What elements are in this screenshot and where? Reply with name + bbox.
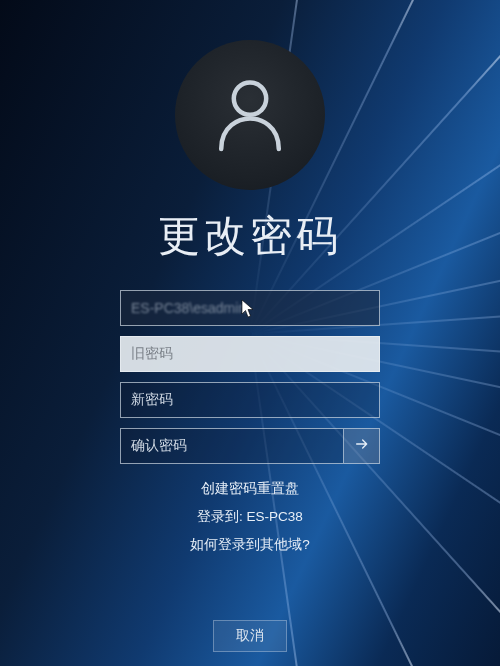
username-field[interactable]: ES-PC38\esadmin: [120, 290, 380, 326]
old-password-placeholder: 旧密码: [131, 345, 173, 363]
change-password-form: ES-PC38\esadmin 旧密码 新密码 确认密码: [120, 290, 380, 464]
confirm-password-field[interactable]: 确认密码: [120, 428, 344, 464]
new-password-field[interactable]: 新密码: [120, 382, 380, 418]
change-password-panel: 更改密码 ES-PC38\esadmin 旧密码 新密码 确认密码: [100, 0, 400, 554]
sign-in-to-label: 登录到: ES-PC38: [197, 508, 303, 526]
avatar: [175, 40, 325, 190]
other-domain-help-link[interactable]: 如何登录到其他域?: [190, 536, 310, 554]
old-password-field[interactable]: 旧密码: [120, 336, 380, 372]
confirm-password-placeholder: 确认密码: [131, 437, 187, 455]
user-icon: [205, 68, 295, 162]
svg-point-0: [234, 82, 266, 114]
submit-button[interactable]: [344, 428, 380, 464]
cancel-button[interactable]: 取消: [213, 620, 287, 652]
page-title: 更改密码: [158, 208, 342, 264]
arrow-right-icon: [354, 436, 370, 456]
create-password-reset-disk-link[interactable]: 创建密码重置盘: [201, 480, 299, 498]
help-links: 创建密码重置盘 登录到: ES-PC38 如何登录到其他域?: [190, 480, 310, 554]
username-value: ES-PC38\esadmin: [131, 300, 246, 316]
new-password-placeholder: 新密码: [131, 391, 173, 409]
